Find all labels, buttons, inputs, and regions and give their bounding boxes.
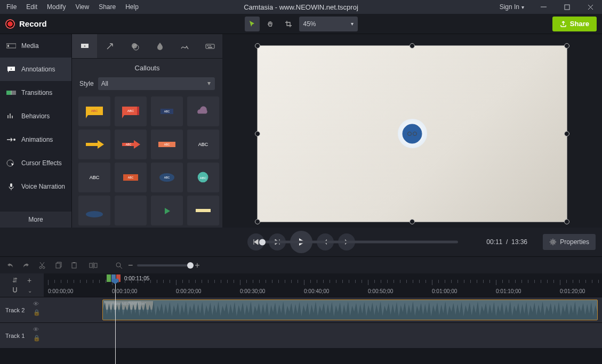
share-label: Share bbox=[570, 20, 589, 28]
crop-tool[interactable] bbox=[281, 17, 296, 31]
callout-thumb[interactable]: ABC bbox=[78, 163, 110, 192]
resize-handle[interactable] bbox=[255, 219, 260, 224]
seek-handle[interactable] bbox=[259, 239, 266, 245]
sign-in-button[interactable]: Sign In ▾ bbox=[492, 3, 532, 11]
callout-thumb[interactable] bbox=[187, 96, 219, 126]
eye-icon[interactable]: 👁 bbox=[33, 326, 41, 333]
playhead[interactable] bbox=[115, 281, 116, 364]
track-label[interactable]: Track 2 👁🔒 bbox=[0, 297, 44, 322]
lock-icon[interactable]: 🔒 bbox=[33, 335, 41, 342]
svg-rect-49 bbox=[94, 263, 97, 268]
zoom-slider[interactable] bbox=[137, 264, 190, 266]
resize-handle[interactable] bbox=[564, 219, 569, 224]
menu-edit[interactable]: Edit bbox=[22, 1, 42, 13]
menu-modify[interactable]: Modify bbox=[43, 1, 70, 13]
resize-handle[interactable] bbox=[564, 131, 569, 136]
zoom-slider-handle[interactable] bbox=[187, 262, 194, 269]
track-label[interactable]: Track 1 👁🔒 bbox=[0, 323, 44, 348]
resize-handle[interactable] bbox=[564, 43, 569, 48]
canvas[interactable] bbox=[258, 46, 567, 222]
callout-thumb[interactable]: ABC bbox=[187, 163, 219, 192]
sidebar-item-cursor-effects[interactable]: Cursor Effects bbox=[0, 151, 71, 175]
svg-text:ABC: ABC bbox=[164, 110, 170, 113]
seek-bar[interactable] bbox=[261, 241, 458, 244]
callout-thumb[interactable]: ABC bbox=[115, 163, 147, 192]
pointer-tool[interactable] bbox=[245, 17, 260, 31]
callout-thumb[interactable]: ABC bbox=[151, 96, 183, 126]
minimize-button[interactable] bbox=[532, 0, 555, 14]
resize-handle[interactable] bbox=[410, 219, 415, 224]
redo-button[interactable] bbox=[21, 261, 31, 270]
tab-shapes[interactable] bbox=[122, 34, 147, 58]
callout-thumb[interactable] bbox=[151, 196, 183, 225]
callout-thumb[interactable]: ABC bbox=[78, 96, 110, 126]
sidebar-more[interactable]: More bbox=[0, 212, 71, 228]
callout-thumb[interactable]: ABC bbox=[151, 130, 183, 159]
chevron-down-icon: ▾ bbox=[521, 4, 524, 10]
svg-text:ABC: ABC bbox=[128, 176, 134, 179]
sidebar-item-transitions[interactable]: Transitions bbox=[0, 81, 71, 104]
record-button[interactable]: Record bbox=[5, 19, 47, 29]
sidebar-item-animations[interactable]: Animations bbox=[0, 128, 71, 151]
resize-handle[interactable] bbox=[255, 43, 260, 48]
copy-button[interactable] bbox=[53, 261, 63, 270]
callout-thumb[interactable] bbox=[78, 130, 110, 159]
sidebar-item-voice-narration[interactable]: Voice Narration bbox=[0, 175, 71, 198]
time-ruler[interactable]: 0:00:11;05 0:00:00;000:00:10;000:00:20;0… bbox=[44, 273, 602, 297]
lock-icon[interactable]: 🔒 bbox=[33, 309, 41, 316]
zoom-in-button[interactable]: + bbox=[195, 261, 199, 270]
media-clip[interactable]: www.NEOWIN.net bbox=[102, 300, 598, 320]
tab-sketch[interactable] bbox=[172, 34, 197, 58]
tab-blur[interactable] bbox=[147, 34, 172, 58]
toggle-track-height[interactable]: ⇵ bbox=[12, 277, 18, 284]
zoom-out-button[interactable]: − bbox=[128, 261, 133, 270]
undo-button[interactable] bbox=[5, 261, 15, 270]
callout-thumb[interactable] bbox=[78, 196, 110, 225]
menu-view[interactable]: View bbox=[71, 1, 93, 13]
resize-handle[interactable] bbox=[255, 131, 260, 136]
tab-callouts[interactable]: a bbox=[72, 34, 97, 58]
tab-arrows[interactable] bbox=[97, 34, 122, 58]
window-controls: Sign In ▾ bbox=[492, 0, 602, 14]
svg-point-10 bbox=[13, 139, 15, 141]
svg-rect-8 bbox=[10, 114, 11, 118]
callout-thumb[interactable] bbox=[187, 196, 219, 225]
resize-handle[interactable] bbox=[410, 43, 415, 48]
menu-help[interactable]: Help bbox=[121, 1, 143, 13]
track-body[interactable]: www.NEOWIN.net bbox=[44, 297, 602, 322]
menu-file[interactable]: File bbox=[2, 1, 21, 13]
track-body[interactable] bbox=[44, 323, 602, 348]
close-button[interactable] bbox=[579, 0, 602, 14]
split-button[interactable] bbox=[89, 261, 98, 270]
properties-button[interactable]: Properties bbox=[543, 234, 596, 250]
style-dropdown[interactable]: All bbox=[98, 77, 215, 90]
magnet-button[interactable] bbox=[12, 287, 18, 295]
track-options[interactable]: ⌄ bbox=[28, 288, 32, 294]
sidebar-item-media[interactable]: Media bbox=[0, 34, 71, 58]
callout-thumb[interactable] bbox=[115, 196, 147, 225]
sidebar-item-label: Behaviors bbox=[21, 112, 50, 120]
svg-text:ABC: ABC bbox=[127, 109, 134, 112]
share-button[interactable]: Share bbox=[552, 17, 597, 31]
callout-thumb[interactable]: ABC bbox=[187, 130, 219, 159]
sidebar-item-behaviors[interactable]: Behaviors bbox=[0, 104, 71, 128]
cut-button[interactable] bbox=[37, 261, 47, 270]
maximize-button[interactable] bbox=[555, 0, 579, 14]
paste-button[interactable] bbox=[69, 261, 79, 270]
callout-thumb[interactable]: ABC bbox=[151, 163, 183, 192]
callout-thumb[interactable]: ABC bbox=[115, 96, 147, 126]
sidebar-item-annotations[interactable]: a Annotations bbox=[0, 58, 71, 81]
add-track-button[interactable]: + bbox=[27, 276, 31, 285]
callout-thumb[interactable]: ABC bbox=[115, 130, 147, 159]
zoom-dropdown[interactable]: 45% ▾ bbox=[299, 17, 358, 31]
menu-share[interactable]: Share bbox=[94, 1, 120, 13]
sidebar-item-label: Media bbox=[21, 42, 39, 50]
tab-keystrokes[interactable] bbox=[197, 34, 222, 58]
main-area: Media a Annotations Transitions Behavior… bbox=[0, 34, 602, 228]
track-1: Track 1 👁🔒 bbox=[0, 322, 602, 348]
pan-tool[interactable] bbox=[263, 17, 278, 31]
callout-grid: ABC ABC ABC ABC ABC ABC ABC ABC ABC ABC bbox=[72, 95, 222, 227]
eye-icon[interactable]: 👁 bbox=[33, 301, 41, 307]
menubar: File Edit Modify View Share Help Camtasi… bbox=[0, 0, 602, 14]
zoom-fit-button[interactable] bbox=[114, 261, 124, 270]
